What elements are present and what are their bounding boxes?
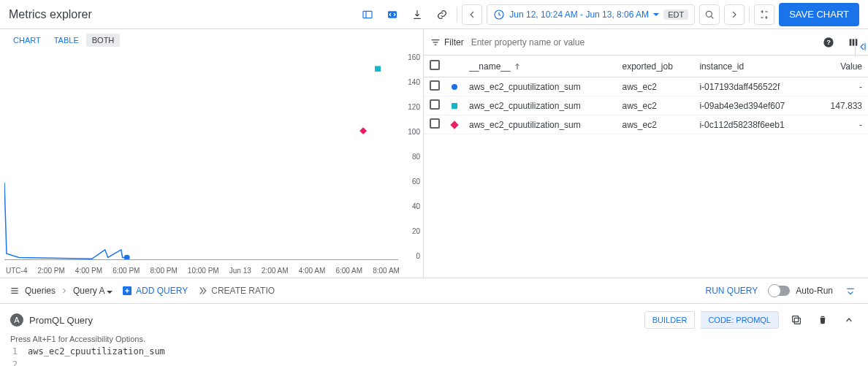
zoom-button[interactable] [699,4,720,25]
x-tick: 6:00 AM [335,267,362,275]
x-tick: Jun 13 [229,267,251,275]
select-all-checkbox[interactable] [430,60,440,70]
svg-rect-13 [375,66,381,72]
collapse-side-panel-button[interactable] [855,37,868,57]
y-tick: 20 [412,227,420,235]
svg-rect-0 [363,11,372,18]
cell-exported-job: aws_ec2 [616,77,693,96]
link-icon[interactable] [432,4,452,25]
time-prev-button[interactable] [462,4,482,25]
timezone-chip: EDT [663,9,688,20]
editor-line-1[interactable]: 1 aws_ec2_cpuutilization_sum [10,346,858,357]
x-tick: 10:00 PM [188,267,219,275]
tab-chart[interactable]: CHART [7,34,47,47]
layout-icon[interactable] [357,4,378,25]
table-header-row: __name__ exported_job instance_id Value [424,56,868,77]
lineno: 1 [10,346,18,357]
sort-asc-icon [513,62,522,71]
create-ratio-button[interactable]: CREATE RATIO [197,285,275,297]
cell-instance-id: i-017193daff456522f [693,77,814,96]
dropdown-icon [653,13,659,16]
cell-name: aws_ec2_cpuutilization_sum [463,115,616,134]
save-chart-button[interactable]: SAVE CHART [779,3,859,26]
cell-value: 147.833 [814,96,868,115]
x-tick: 4:00 AM [299,267,326,275]
row-checkbox[interactable] [430,99,440,110]
cell-instance-id: i-0c112d58238f6eeb1 [693,115,814,134]
help-icon[interactable]: ? [820,34,837,51]
y-tick: 100 [408,128,420,136]
tab-both[interactable]: BOTH [86,34,121,47]
row-checkbox[interactable] [430,80,440,91]
svg-point-4 [706,11,712,17]
download-icon[interactable] [407,4,427,25]
collapse-query-icon[interactable] [840,311,858,329]
y-tick: 40 [412,202,420,210]
y-tick: 160 [408,53,420,61]
plot-surface [4,53,398,260]
code-icon[interactable] [382,4,403,25]
builder-mode-button[interactable]: BUILDER [644,311,696,329]
tab-table[interactable]: TABLE [48,34,85,47]
add-query-button[interactable]: ADD QUERY [121,285,188,297]
svg-rect-33 [793,316,799,322]
table-row[interactable]: aws_ec2_cpuutilization_sum aws_ec2 i-017… [424,77,868,96]
x-tick: 6:00 PM [113,267,140,275]
filter-input[interactable] [471,37,812,47]
series-marker [452,103,457,109]
collapse-editor-icon[interactable] [842,282,859,300]
x-tick: 8:00 AM [373,267,400,275]
y-tick: 80 [412,153,420,161]
y-tick: 60 [412,178,420,186]
query-badge: A [10,313,23,327]
cell-name: aws_ec2_cpuutilization_sum [463,96,616,115]
x-tick: 8:00 PM [151,267,178,275]
table-row[interactable]: aws_ec2_cpuutilization_sum aws_ec2 i-09a… [424,96,868,115]
query-bar: Queries Query A ADD QUERY CREATE RATIO R… [0,278,868,304]
auto-run-toggle[interactable] [769,286,790,296]
editor-panel: A PromQL Query BUILDER CODE: PROMQL Pres… [0,304,868,366]
cell-name: aws_ec2_cpuutilization_sum [463,77,616,96]
view-tabs: CHART TABLE BOTH [0,29,423,51]
y-axis-labels: 160140120100806040200 [408,51,420,260]
divider [749,7,750,22]
queries-breadcrumb: Queries Query A [9,285,113,297]
time-range-picker[interactable]: Jun 12, 10:24 AM - Jun 13, 8:06 AM EDT [487,4,695,25]
col-name[interactable]: __name__ [463,56,616,77]
copy-icon[interactable] [788,311,805,329]
editor-line-2[interactable]: 2 [10,359,858,366]
time-range-label: Jun 12, 10:24 AM - Jun 13, 8:06 AM [509,9,649,20]
cell-exported-job: aws_ec2 [616,96,693,115]
chevron-right-icon [60,286,69,295]
auto-run-label: Auto-Run [796,286,833,296]
queries-label[interactable]: Queries [25,286,56,296]
x-tick: 2:00 AM [262,267,289,275]
editor-header: A PromQL Query BUILDER CODE: PROMQL [10,311,858,329]
x-axis-line [4,259,398,260]
col-exported-job[interactable]: exported_job [616,56,693,77]
col-value[interactable]: Value [814,56,868,77]
filter-label-group: Filter [430,37,464,48]
series-marker [452,84,457,90]
table-row[interactable]: aws_ec2_cpuutilization_sum aws_ec2 i-0c1… [424,115,868,134]
run-query-button[interactable]: RUN QUERY [706,286,758,296]
x-tick: UTC-4 [6,267,27,275]
settings-icon[interactable] [754,4,774,25]
row-checkbox[interactable] [430,118,440,129]
chart-area: 160140120100806040200 UTC-42:00 PM4:00 P… [0,51,423,278]
current-query-label[interactable]: Query A [73,286,113,296]
col-instance-id[interactable]: instance_id [693,56,814,77]
code-mode-button[interactable]: CODE: PROMQL [701,311,779,329]
x-axis-labels: UTC-42:00 PM4:00 PM6:00 PM8:00 PM10:00 P… [6,267,400,275]
cell-value: - [814,77,868,96]
delete-icon[interactable] [814,311,831,329]
divider [457,7,457,22]
time-next-button[interactable] [724,4,745,25]
svg-rect-20 [850,39,852,45]
data-table: __name__ exported_job instance_id Value … [424,56,868,134]
filter-label: Filter [444,37,464,47]
svg-rect-21 [853,39,855,45]
main-area: CHART TABLE BOTH 160140120100806040200 U… [0,29,868,278]
cell-value: - [814,115,868,134]
svg-marker-14 [359,127,367,134]
